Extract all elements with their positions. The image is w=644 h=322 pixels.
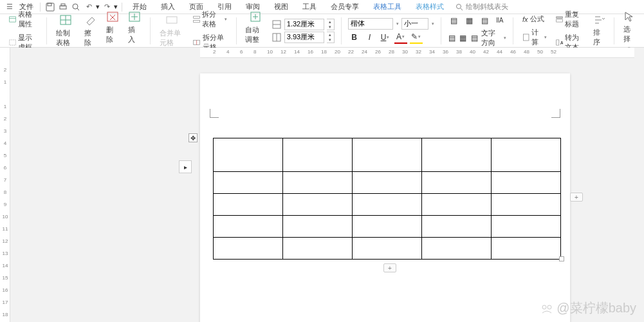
svg-rect-14: [107, 12, 118, 21]
insert-button[interactable]: 插入▾: [125, 9, 143, 53]
svg-point-36: [547, 305, 551, 309]
autofit-button[interactable]: 自动调整▾: [243, 9, 267, 53]
undo-icon[interactable]: ↶: [83, 1, 95, 13]
svg-rect-30: [523, 34, 529, 41]
horizontal-ruler: 2468101214161820222426283032343638404244…: [200, 48, 634, 58]
svg-rect-10: [10, 39, 16, 44]
tab-table-style[interactable]: 表格样式: [409, 0, 450, 14]
svg-rect-3: [61, 4, 65, 6]
align-tl-button[interactable]: ▤: [447, 14, 460, 27]
side-panel-toggle[interactable]: ▸: [179, 160, 192, 173]
svg-rect-32: [557, 19, 563, 22]
svg-line-7: [461, 8, 463, 10]
align-bc-button[interactable]: ▦: [459, 32, 468, 44]
page-area: 2468101214161820222426283032343638404244…: [10, 48, 644, 322]
col-width-icon: [271, 32, 282, 43]
search-box[interactable]: 绘制斜线表头: [455, 2, 508, 12]
tab-member[interactable]: 会员专享: [324, 0, 365, 14]
merge-cells-button: 合并单元格: [157, 12, 187, 49]
font-size-select[interactable]: [401, 18, 428, 30]
watermark-icon: [540, 301, 554, 316]
save-icon[interactable]: [44, 1, 56, 13]
erase-button[interactable]: 擦除: [82, 12, 100, 49]
margin-corner-tl: [210, 109, 219, 118]
row-height-icon: [271, 19, 282, 30]
bold-button[interactable]: B: [348, 31, 361, 44]
vertical-ruler: 211234567891011121314151617181920: [0, 48, 10, 322]
italic-button[interactable]: I: [363, 31, 376, 44]
tab-table-tools[interactable]: 表格工具: [367, 0, 408, 14]
svg-rect-22: [194, 20, 200, 22]
svg-rect-33: [557, 39, 559, 44]
tab-tools[interactable]: 工具: [296, 0, 323, 14]
table-resize-handle[interactable]: [559, 256, 564, 261]
font-color-button[interactable]: A▾: [394, 31, 407, 44]
svg-rect-8: [10, 16, 16, 21]
search-icon: [455, 3, 463, 11]
row-height-spinner[interactable]: ▴▾: [327, 19, 335, 30]
svg-point-35: [542, 305, 546, 309]
text-dir-label[interactable]: 文字方向: [481, 28, 501, 48]
calc-button[interactable]: 计算▾: [520, 26, 549, 48]
document-table[interactable]: [213, 138, 561, 260]
split-table-button[interactable]: 拆分表格▾: [190, 8, 229, 30]
delete-button[interactable]: 删除▾: [104, 9, 122, 53]
col-width-input[interactable]: [284, 32, 324, 43]
draw-table-button[interactable]: 绘制表格: [53, 12, 78, 49]
align-tc-button[interactable]: ▦: [463, 14, 475, 27]
font-select[interactable]: [348, 18, 393, 30]
print-icon[interactable]: [57, 1, 69, 13]
svg-rect-1: [48, 3, 51, 6]
formula-button[interactable]: fx公式: [520, 13, 549, 25]
align-bl-button[interactable]: ▤: [447, 32, 456, 44]
preview-icon[interactable]: [70, 1, 82, 13]
svg-point-6: [457, 4, 461, 8]
document-page: ✥ + +: [200, 73, 570, 322]
svg-line-5: [77, 8, 79, 10]
undo-dropdown[interactable]: ▾: [96, 3, 100, 11]
align-tr-button[interactable]: ▤: [478, 14, 491, 27]
align-br-button[interactable]: ▤: [470, 32, 479, 44]
svg-rect-2: [60, 6, 66, 9]
margin-corner-tr: [551, 109, 560, 118]
repeat-header-button[interactable]: 重复标题: [553, 8, 587, 30]
add-column-button[interactable]: +: [570, 193, 583, 202]
svg-rect-21: [194, 16, 200, 18]
tab-view[interactable]: 视图: [268, 0, 295, 14]
ribbon: 表格属性 显示虚框 绘制表格 擦除 删除▾ 插入▾ 合并单元格 拆分表格▾ 拆分…: [0, 14, 644, 48]
svg-rect-20: [167, 17, 177, 23]
svg-rect-31: [557, 16, 563, 18]
svg-point-4: [73, 4, 78, 9]
watermark: @菜柠檬baby: [540, 299, 636, 317]
svg-text:A: A: [560, 40, 563, 44]
workspace: 211234567891011121314151617181920 246810…: [0, 48, 644, 322]
table-properties-button[interactable]: 表格属性: [6, 8, 40, 30]
table-move-handle[interactable]: ✥: [189, 133, 198, 142]
search-placeholder: 绘制斜线表头: [466, 2, 508, 12]
select-button[interactable]: 选择▾: [621, 10, 638, 52]
underline-button[interactable]: U▾: [379, 31, 392, 44]
col-width-spinner[interactable]: ▴▾: [327, 32, 335, 43]
highlight-button[interactable]: ✎▾: [410, 31, 423, 44]
sort-button[interactable]: 排序: [591, 13, 607, 48]
tab-insert[interactable]: 插入: [154, 0, 181, 14]
add-row-button[interactable]: +: [383, 263, 396, 272]
row-height-input[interactable]: [284, 19, 324, 30]
text-direction-button[interactable]: llA: [493, 15, 506, 25]
